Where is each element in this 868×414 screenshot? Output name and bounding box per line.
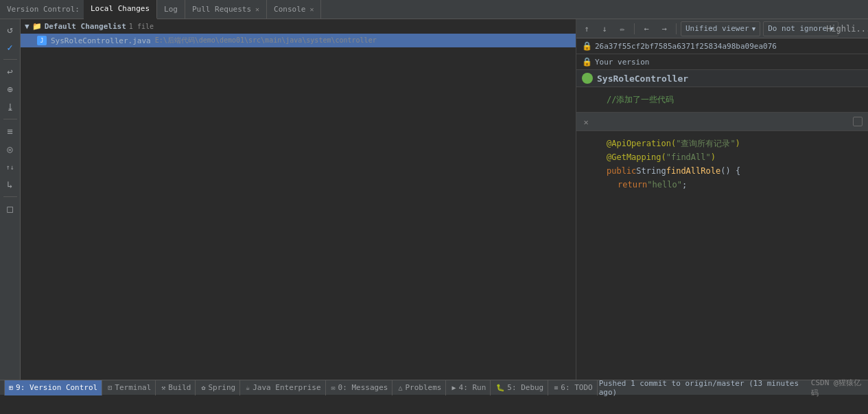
main-area: ↺ ✓ ↩ ⊕ ⤓ ≡ ◎ ↑↓ ↳ □ ▼ 📁 Default Changel…	[0, 19, 868, 380]
status-debug[interactable]: 🐛 5: Debug	[492, 380, 548, 395]
rollback-button[interactable]: ↩	[3, 64, 18, 79]
diff-bottom-code: @ApiOperation("查询所有记录") @GetMapping("fin…	[576, 131, 868, 197]
diff-separator-bar: ✕	[576, 112, 868, 131]
status-bar: ⊞ 9: Version Control ⊡ Terminal ⚒ Build …	[0, 380, 868, 395]
diff-file-header: SysRoleController	[576, 70, 868, 87]
status-java-enterprise[interactable]: ☕ Java Enterprise	[242, 380, 325, 395]
diff-prev-btn[interactable]: ←	[639, 21, 654, 36]
debug-icon: 🐛	[496, 384, 504, 391]
diff-edit-btn[interactable]: ✏	[615, 21, 630, 36]
menu1-button[interactable]: ≡	[3, 124, 18, 139]
checkmark-button[interactable]: ✓	[3, 40, 18, 55]
unshelve-button[interactable]: ⤓	[3, 100, 18, 115]
status-version-control[interactable]: ⊞ 9: Version Control	[4, 380, 102, 395]
diff-handle[interactable]	[853, 117, 863, 126]
left-toolbar: ↺ ✓ ↩ ⊕ ⤓ ≡ ◎ ↑↓ ↳ □	[0, 19, 21, 380]
diff-next-btn[interactable]: →	[657, 21, 672, 36]
diff-separator-close-btn[interactable]: ✕	[576, 113, 596, 132]
brand-label: CSDN @猩猿亿码	[811, 378, 864, 398]
status-terminal[interactable]: ⊡ Terminal	[104, 380, 156, 395]
status-messages[interactable]: ✉ 0: Messages	[327, 380, 393, 395]
spring-status-icon: ✿	[201, 384, 205, 391]
tab-pull-requests[interactable]: Pull Requests ✕	[185, 0, 267, 19]
code-line: //添加了一些代码	[576, 93, 868, 106]
diff-filename: SysRoleController	[597, 73, 688, 84]
version-bar: 🔒 Your version	[576, 54, 868, 70]
close-console-icon[interactable]: ✕	[309, 5, 314, 13]
push-status: Pushed 1 commit to origin/master (13 min…	[599, 379, 804, 397]
folder-icon: 📁	[32, 22, 42, 31]
status-spring[interactable]: ✿ Spring	[197, 380, 240, 395]
file-name: SysRoleController.java	[51, 36, 151, 45]
code-line-annotation2: @GetMapping("findAll")	[576, 150, 868, 164]
file-panel: ▼ 📁 Default Changelist 1 file J SysRoleC…	[21, 19, 576, 380]
highlight-btn[interactable]: Highli...	[841, 21, 856, 36]
file-path: E:\后端代码\demo\demo01\src\main\java\system…	[155, 36, 377, 45]
terminal-icon: ⊡	[108, 384, 112, 391]
version-control-icon: ⊞	[9, 384, 13, 391]
changelist-header[interactable]: ▼ 📁 Default Changelist 1 file	[21, 19, 576, 34]
file-row[interactable]: J SysRoleController.java E:\后端代码\demo\de…	[21, 34, 576, 47]
code-line-annotation1: @ApiOperation("查询所有记录")	[576, 137, 868, 150]
arrow-button[interactable]: ↳	[3, 177, 18, 192]
todo-icon: ≡	[554, 384, 558, 391]
status-run[interactable]: ▶ 4: Run	[447, 380, 491, 395]
build-icon: ⚒	[161, 384, 165, 391]
diff-code-top: //添加了一些代码	[576, 87, 868, 112]
run-icon: ▶	[451, 384, 456, 391]
problems-icon: △	[398, 384, 402, 391]
expand-arrow-icon: ▼	[25, 22, 30, 31]
file-count: 1 file	[129, 23, 154, 30]
diff-separator-1	[634, 23, 635, 34]
diff-content: 🔒 26a37f55cf2bf7585a6371f25834a98ba09ea0…	[576, 38, 868, 380]
diff-panel: ↑ ↓ ✏ ← → Unified viewer ▼ Do not ignore…	[576, 19, 868, 380]
messages-icon: ✉	[331, 384, 336, 391]
toolbar-divider-3	[3, 196, 17, 197]
eye-button[interactable]: ◎	[3, 141, 18, 157]
caret-icon: ▼	[752, 25, 755, 32]
diff-down-btn[interactable]: ↓	[597, 21, 612, 36]
tab-console[interactable]: Console ✕	[267, 0, 321, 19]
unified-viewer-dropdown[interactable]: Unified viewer ▼	[681, 21, 760, 36]
refresh-button[interactable]: ↺	[3, 22, 18, 37]
line-content: //添加了一些代码	[604, 93, 868, 106]
version-control-label: Version Control:	[3, 0, 84, 19]
status-todo[interactable]: ≡ 6: TODO	[550, 380, 597, 395]
lock-icon: 🔒	[582, 41, 592, 51]
tab-local-changes[interactable]: Local Changes	[84, 0, 157, 19]
spring-icon	[582, 73, 593, 84]
diff-separator-2	[676, 23, 677, 34]
shelve-button[interactable]: ⊕	[3, 82, 18, 97]
lock-icon-2: 🔒	[582, 57, 592, 67]
sort-button[interactable]: ↑↓	[3, 159, 18, 174]
toolbar-divider-1	[3, 59, 17, 60]
diff-toolbar: ↑ ↓ ✏ ← → Unified viewer ▼ Do not ignore…	[576, 19, 868, 38]
top-tab-bar: Version Control: Local Changes Log Pull …	[0, 0, 868, 19]
code-line-return: return "hello";	[576, 178, 868, 192]
commit-hash-bar: 🔒 26a37f55cf2bf7585a6371f25834a98ba09ea0…	[576, 38, 868, 54]
close-pull-requests-icon[interactable]: ✕	[255, 5, 259, 13]
status-build[interactable]: ⚒ Build	[157, 380, 196, 395]
changelist-name: Default Changelist	[45, 22, 126, 31]
status-problems[interactable]: △ Problems	[394, 380, 446, 395]
java-enterprise-icon: ☕	[246, 384, 250, 391]
square-button[interactable]: □	[3, 201, 18, 216]
toolbar-divider-2	[3, 119, 17, 119]
diff-up-btn[interactable]: ↑	[579, 21, 594, 36]
tab-log[interactable]: Log	[157, 0, 185, 19]
java-file-icon: J	[37, 36, 47, 45]
code-line-method: public String findAllRole() {	[576, 164, 868, 178]
